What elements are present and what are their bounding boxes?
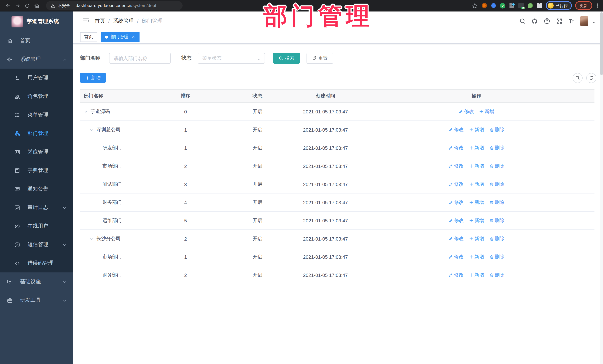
sidebar-item-label: 用户管理 [27,75,48,81]
question-icon[interactable] [544,18,550,24]
row-action-plus[interactable]: 新增 [469,272,484,278]
row-action-trash[interactable]: 删除 [489,144,504,151]
row-action-trash[interactable]: 删除 [489,217,504,224]
row-action-edit[interactable]: 修改 [448,126,464,133]
fullscreen-icon[interactable] [556,18,563,24]
ext-green-leaf-icon[interactable] [527,3,533,9]
back-icon[interactable] [4,1,12,10]
row-action-plus[interactable]: 新增 [469,235,484,242]
row-action-edit[interactable]: 修改 [448,163,464,169]
row-action-edit[interactable]: 修改 [448,181,464,188]
row-action-trash[interactable]: 删除 [489,126,504,133]
reset-button[interactable]: 重置 [306,53,333,64]
breadcrumb-system[interactable]: 系统管理 [113,18,134,24]
tab-首页[interactable]: 首页 [80,32,97,42]
search-icon[interactable] [519,18,526,24]
dept-name-input[interactable] [109,53,171,64]
security-label[interactable]: 不安全 [58,3,70,8]
scrollbar-thumb[interactable] [600,12,603,75]
row-action-trash[interactable]: 删除 [489,235,504,242]
chrome-update-button[interactable]: 更新 [575,1,592,10]
browser-profile-badge[interactable]: 已暂停 [546,1,572,10]
zoom-search-icon[interactable] [573,73,583,83]
sidebar-item-audit[interactable]: 审计日志 [0,198,73,217]
ext-grid-icon[interactable] [509,3,515,9]
ext-blue-drop-icon[interactable] [491,3,497,9]
sidebar-item-menu[interactable]: 菜单管理 [0,106,73,124]
sidebar-item-role[interactable]: 角色管理 [0,87,73,106]
row-action-plus[interactable]: 新增 [469,199,484,206]
tab-部门管理[interactable]: 部门管理 [101,32,139,42]
ext-puzzle-icon[interactable] [537,3,543,9]
row-action-plus[interactable]: 新增 [469,217,484,224]
refresh-icon[interactable] [586,73,596,83]
sidebar-logo[interactable]: 芋道管理系统 [0,11,73,32]
ext-dark-on-icon[interactable]: on [518,3,524,9]
tree-expand-icon[interactable] [90,128,96,132]
row-action-label: 修改 [454,163,464,169]
sidebar-item-online[interactable]: 在线用户 [0,217,73,235]
row-action-label: 删除 [495,217,504,224]
sidebar-item-system[interactable]: 系统管理 [0,50,73,69]
sidebar-item-post[interactable]: 岗位管理 [0,143,73,161]
plus-icon [469,236,473,241]
address-bar[interactable]: 不安全 dashboard.yudao.iocoder.cn/system/de… [46,1,183,10]
forward-icon[interactable] [13,1,22,10]
row-action-plus[interactable]: 新增 [479,108,494,115]
row-action-edit[interactable]: 修改 [448,144,464,151]
row-action-trash[interactable]: 删除 [489,181,504,188]
row-action-plus[interactable]: 新增 [469,181,484,188]
chrome-menu-icon[interactable]: ••• [596,3,599,8]
window-scrollbar[interactable] [600,11,603,364]
caret-down-icon[interactable] [592,19,596,23]
search-button[interactable]: 搜索 [273,53,300,64]
row-action-trash[interactable]: 删除 [489,272,504,278]
sidebar-item-dict[interactable]: 字典管理 [0,161,73,180]
tree-expand-icon[interactable] [84,110,91,114]
row-action-edit[interactable]: 修改 [448,199,464,206]
row-action-edit[interactable]: 修改 [459,108,474,115]
row-action-plus[interactable]: 新增 [469,163,484,169]
sidebar-item-devtools[interactable]: 研发工具 [0,291,73,309]
sidebar-item-errcode[interactable]: 错误码管理 [0,254,73,272]
row-action-edit[interactable]: 修改 [448,272,464,278]
breadcrumb-home[interactable]: 首页 [95,18,105,24]
tree-expand-icon[interactable] [90,237,96,241]
github-icon[interactable] [531,18,538,24]
ext-orange-icon[interactable] [481,3,487,9]
row-action-edit[interactable]: 修改 [448,235,464,242]
user-avatar[interactable] [580,16,588,26]
url-text[interactable]: dashboard.yudao.iocoder.cn/system/dept [76,3,156,8]
table-row: 财务部门2开启2021-01-05 17:03:47修改新增删除 [80,266,594,284]
row-action-plus[interactable]: 新增 [469,144,484,151]
sidebar-item-infra[interactable]: 基础设施 [0,272,73,291]
sidebar-toggle-icon[interactable] [82,17,89,24]
dept-name: 市场部门 [103,254,122,260]
row-action-edit[interactable]: 修改 [448,217,464,224]
row-action-label: 修改 [454,126,464,133]
header-actions [519,16,596,26]
sidebar-item-home[interactable]: 首页 [0,32,73,50]
add-button[interactable]: 新增 [80,73,106,83]
sidebar-item-sms[interactable]: 短信管理 [0,235,73,254]
reload-icon[interactable] [23,1,31,10]
row-action-trash[interactable]: 删除 [489,254,504,260]
row-action-trash[interactable]: 删除 [489,199,504,206]
row-action-plus[interactable]: 新增 [469,126,484,133]
close-icon[interactable] [131,35,135,39]
status-select[interactable]: 菜单状态 [198,53,265,64]
sidebar-item-user[interactable]: 用户管理 [0,69,73,87]
sidebar-item-notice[interactable]: 通知公告 [0,180,73,198]
bookmark-star-icon[interactable] [472,2,478,9]
row-action-label: 新增 [475,144,484,151]
dept-name: 测试部门 [103,181,122,188]
font-size-icon[interactable] [568,18,575,24]
row-action-edit[interactable]: 修改 [448,254,464,260]
home-icon[interactable] [33,1,41,10]
sidebar-item-dept[interactable]: 部门管理 [0,124,73,143]
row-action-trash[interactable]: 删除 [489,163,504,169]
plus-icon [469,182,473,187]
row-action-plus[interactable]: 新增 [469,254,484,260]
created-time-cell: 2021-01-05 17:03:47 [292,272,359,278]
ext-green-check-icon[interactable]: v [500,3,505,8]
